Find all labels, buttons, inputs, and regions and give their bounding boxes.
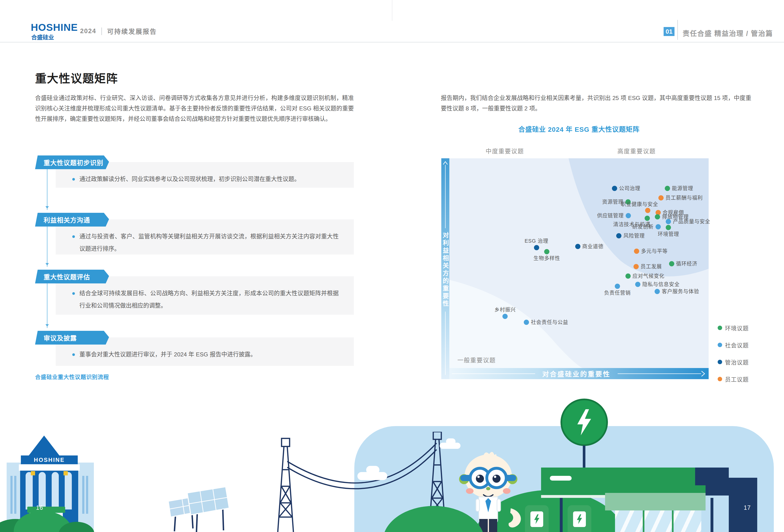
quadrant-label-medium: 中度重要议题: [486, 146, 524, 155]
building-pilaster: [86, 476, 88, 514]
lightning-bolt-icon: [534, 514, 540, 524]
legend-label: 环境议题: [725, 324, 749, 332]
flow-arrow-down-icon: [47, 169, 48, 210]
canopy-pole: [710, 498, 713, 532]
legend-item-gov: 管治议题: [718, 358, 749, 366]
station-wall-panel: [605, 493, 705, 510]
matrix-point-label: 职业健康与安全: [621, 201, 658, 207]
window-mullion: [672, 510, 674, 532]
flow-caption: 合盛硅业重大性议题识别流程: [35, 372, 109, 381]
flow-step-label: 审议及披露: [44, 333, 77, 342]
y-axis-line: [445, 312, 446, 375]
legend-item-soc: 社会议题: [718, 341, 749, 349]
matrix-point-dot: [645, 216, 650, 221]
building-accent: [31, 471, 35, 475]
flow-step-1: 通过政策解读分析、同业实践参考以及公司现状梳理，初步识别公司潜在重大性议题。重大…: [35, 156, 354, 188]
flow-arrow-down-icon: [47, 283, 48, 328]
building-pilaster: [14, 476, 16, 514]
matrix-point-dot: [669, 261, 674, 267]
lightning-bolt-icon: [577, 514, 583, 524]
legend-dot: [718, 360, 722, 364]
page-number-left: 16: [36, 504, 43, 511]
chapter-number-badge: 01: [664, 27, 674, 36]
header-rule: [0, 42, 784, 43]
page-fold-mark: [392, 0, 392, 21]
page-title: 重大性议题矩阵: [35, 69, 118, 86]
matrix-point-label: 环境管理: [658, 231, 679, 237]
matrix-point-label: 社会责任与公益: [531, 319, 568, 325]
matrix-point-dot: [544, 249, 549, 254]
x-axis-label: 对合盛硅业的重要性: [542, 369, 611, 379]
matrix-point-label: 资源管理: [602, 199, 623, 205]
matrix-point-label: 客户服务与体验: [662, 288, 699, 295]
station-roof-band: [605, 485, 705, 494]
cloud-icon: [366, 466, 380, 474]
matrix-point-label: 供应链管理: [597, 213, 624, 219]
flow-arrow-down-icon: [47, 227, 48, 267]
matrix-point-label: 产品质量与安全: [673, 219, 710, 225]
report-year: 2024: [80, 27, 96, 35]
window-mullion: [643, 510, 644, 532]
legend-label: 管治议题: [725, 358, 749, 366]
matrix-point-dot: [534, 245, 539, 250]
flow-step-description: 通过政策解读分析、同业实践参考以及公司现状梳理，初步识别公司潜在重大性议题。: [72, 173, 339, 185]
x-axis-line: [618, 373, 701, 374]
x-axis-line: [452, 373, 535, 374]
chapter-title: 责任合盛 精益治理 / 管治篇: [682, 28, 773, 38]
chart-title: 合盛硅业 2024 年 ESG 重大性议题矩阵: [449, 124, 709, 134]
page-number-right: 17: [744, 504, 751, 511]
canopy-pole: [560, 498, 563, 532]
flow-step-2: 通过与投资者、客户、监管机构等关键利益相关方开展访谈交流，根据利益相关方关注内容…: [35, 213, 354, 254]
left-intro-paragraph: 合盛硅业通过政策对标、行业研究、深入访谈、问卷调研等方式收集各方意见并进行分析，…: [35, 93, 354, 124]
y-axis-bar: 对利益相关方的重要性: [441, 158, 449, 379]
hoshine-logo-chinese: 合盛硅业: [31, 33, 78, 41]
building-pilaster: [10, 476, 12, 514]
y-axis-line: [445, 165, 446, 228]
matrix-point-label: 隐私与信息安全: [642, 281, 680, 287]
flow-step-banner: 重大性议题评估: [35, 270, 109, 283]
matrix-point-dot: [626, 213, 631, 218]
matrix-point-label: 公司治理: [619, 185, 640, 192]
station-glass-window: [615, 510, 701, 532]
lightning-bolt-icon: [576, 409, 592, 435]
flow-step-description: 董事会对重大性议题进行审议，并于 2024 年 ESG 报告中进行披露。: [72, 348, 339, 361]
flow-step-3: 结合全球可持续发展目标、公司战略方向、利益相关方关注度，形成本公司的重大性议题矩…: [35, 270, 354, 315]
quadrant-label-general: 一般重要议题: [457, 356, 496, 364]
matrix-point-label: 应对气候变化: [633, 273, 665, 279]
building-column: [39, 472, 46, 509]
building-pilaster: [82, 476, 84, 514]
matrix-point-dot: [659, 195, 664, 200]
building-column: [52, 472, 59, 509]
ev-sign: [561, 399, 608, 446]
hoshine-logo: HOSHINE: [31, 22, 78, 33]
matrix-point-dot: [634, 264, 639, 269]
flow-step-4: 董事会对重大性议题进行审议，并于 2024 年 ESG 报告中进行披露。审议及披…: [35, 331, 354, 366]
axis-arrow-up-icon: [443, 161, 448, 165]
materiality-matrix-plot: 一般重要议题 公司治理能源管理员工薪酬与福利资源管理职业健康与安全合规雇佣供应链…: [449, 158, 709, 368]
matrix-point-label: ESG 治理: [525, 238, 548, 244]
legend-dot: [718, 377, 722, 381]
matrix-point-label: 能源管理: [672, 185, 693, 192]
right-intro-paragraph: 报告期内，我们结合企业发展战略和行业相关因素考量，共识别出 25 项 ESG 议…: [441, 93, 751, 114]
chart-legend: 环境议题社会议题管治议题员工议题: [718, 324, 749, 383]
axis-arrow-right-icon: [701, 371, 705, 377]
matrix-point-label: 循环经济: [676, 261, 698, 267]
legend-item-emp: 员工议题: [718, 375, 749, 383]
building-band: [19, 465, 80, 471]
x-axis-bar: 对合盛硅业的重要性: [449, 368, 709, 379]
ev-sign-pole: [583, 446, 585, 469]
building-sign: HOSHINE: [21, 455, 78, 465]
matrix-point-dot: [575, 244, 581, 249]
matrix-point-dot: [655, 224, 661, 229]
matrix-point-label: 乡村振兴: [494, 307, 516, 313]
matrix-point-dot: [615, 284, 620, 289]
cloud-icon: [446, 439, 455, 445]
legend-dot: [718, 326, 722, 330]
matrix-point-label: 员工发展: [641, 263, 662, 270]
building-column: [65, 472, 72, 509]
flow-step-description: 通过与投资者、客户、监管机构等关键利益相关方开展访谈交流，根据利益相关方关注内容…: [72, 230, 339, 255]
matrix-point-label: 员工薪酬与福利: [666, 195, 703, 201]
flow-step-banner: 审议及披露: [35, 331, 109, 344]
y-axis-label: 对利益相关方的重要性: [441, 232, 450, 308]
flow-step-label: 重大性议题评估: [44, 272, 90, 281]
